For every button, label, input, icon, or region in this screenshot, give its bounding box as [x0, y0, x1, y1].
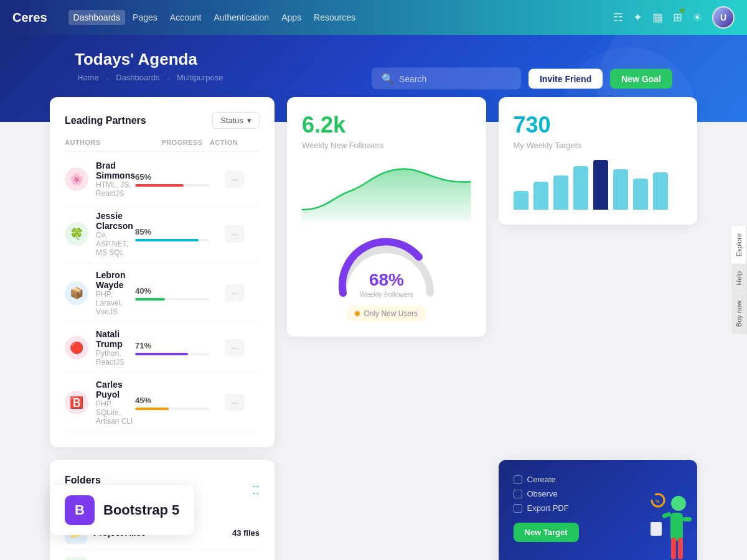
- progress-bar: [135, 239, 210, 241]
- partner-action-button[interactable]: ···: [225, 339, 245, 357]
- partner-avatar: 🍀: [65, 222, 88, 246]
- action-col: ···: [210, 225, 260, 243]
- table-row: 🅱️ Carles Puyol PHP, SQLite, Artisan CLI…: [65, 373, 260, 432]
- header-actions: 🔍 Invite Friend New Goal: [372, 68, 672, 90]
- sparkle-icon[interactable]: ✦: [633, 11, 642, 24]
- partner-skills: Python, ReactJS: [96, 349, 135, 366]
- settings-icon[interactable]: ☀: [692, 11, 702, 24]
- nav-item-account[interactable]: Account: [165, 10, 207, 25]
- svg-text:68%: 68%: [369, 270, 404, 289]
- cta-checkbox[interactable]: [514, 475, 522, 484]
- cta-checkbox[interactable]: [514, 504, 522, 513]
- breadcrumb-dashboards[interactable]: Dashboards: [116, 73, 159, 82]
- navbar-icons: ☶ ✦ ▦ ⊞ ☀ U: [613, 6, 735, 29]
- progress-col: 40%: [135, 286, 210, 301]
- bar-item: [553, 175, 568, 210]
- svg-rect-7: [683, 517, 692, 521]
- cta-item-label: Export PDF: [527, 503, 569, 513]
- page-title: Todays' Agenda: [75, 50, 672, 69]
- bar-item: [633, 179, 648, 210]
- progress-fill: [135, 353, 188, 355]
- action-col: ···: [210, 284, 260, 302]
- weekly-targets-card: 730 My Weekly Targets: [499, 97, 698, 225]
- partner-name: Carles Puyol: [96, 380, 135, 399]
- followers-card: 6.2k Weekly New Followers: [287, 97, 486, 337]
- partners-list: 🌸 Brad Simmons HTML, JS, ReactJS 65% ···…: [65, 154, 260, 432]
- partner-action-button[interactable]: ···: [225, 394, 245, 411]
- action-col: ···: [210, 394, 260, 411]
- search-input[interactable]: [399, 73, 511, 83]
- svg-point-2: [671, 496, 686, 511]
- svg-rect-4: [671, 538, 676, 559]
- cta-figure: %: [641, 485, 697, 560]
- targets-big-number: 730: [514, 112, 683, 138]
- progress-fill: [135, 184, 184, 187]
- folders-dots-icon[interactable]: ⁚⁚: [252, 483, 260, 497]
- partner-action-button[interactable]: ···: [225, 170, 245, 188]
- bar-item: [613, 169, 628, 210]
- grid-icon[interactable]: ⊞: [673, 11, 682, 24]
- cta-item-label: Cereate: [527, 475, 556, 484]
- partner-skills: HTML, JS, ReactJS: [96, 180, 135, 198]
- search-box[interactable]: 🔍: [372, 68, 521, 90]
- partner-name: Natali Trump: [96, 329, 135, 349]
- partner-name: Jessie Clarcson: [96, 211, 135, 231]
- list-item: Cereate: [514, 475, 683, 484]
- progress-pct: 85%: [135, 227, 210, 236]
- avatar-placeholder: U: [713, 7, 733, 27]
- partner-avatar: 📦: [65, 281, 88, 305]
- chart-icon[interactable]: ☶: [613, 11, 623, 24]
- status-select[interactable]: Status ▾: [212, 112, 260, 129]
- bar-item: [514, 191, 529, 210]
- gauge-section: 68% Weekly Followers Only New Users: [302, 237, 471, 322]
- svg-text:%: %: [655, 499, 660, 503]
- progress-bar: [135, 184, 210, 187]
- partner-action-button[interactable]: ···: [225, 284, 245, 302]
- side-tab-buy-now[interactable]: Buy now: [731, 293, 747, 334]
- area-chart: [302, 160, 471, 225]
- nav-item-resources[interactable]: Resources: [309, 10, 360, 25]
- bar-item: [573, 166, 588, 210]
- nav-item-pages[interactable]: Pages: [128, 10, 162, 25]
- followers-subtitle: Weekly New Followers: [302, 141, 471, 150]
- side-tab-help[interactable]: Help: [731, 264, 747, 293]
- bar-item: [593, 160, 608, 210]
- svg-rect-5: [678, 538, 683, 559]
- progress-col: 71%: [135, 341, 210, 355]
- nav-item-dashboards[interactable]: Dashboards: [68, 10, 126, 25]
- partner-avatar: 🅱️: [65, 391, 88, 414]
- bootstrap-icon: B: [65, 495, 95, 525]
- cta-checkbox[interactable]: [514, 490, 522, 498]
- cta-card: CereateObserveExport PDF New Target %: [499, 460, 698, 560]
- partner-name: Lebron Wayde: [96, 270, 135, 290]
- progress-fill: [135, 298, 165, 301]
- progress-bar: [135, 298, 210, 301]
- avatar[interactable]: U: [712, 6, 735, 29]
- cta-item-label: Observe: [527, 489, 558, 498]
- progress-col: 45%: [135, 396, 210, 410]
- chevron-down-icon: ▾: [247, 116, 251, 125]
- progress-pct: 40%: [135, 286, 210, 296]
- partner-action-button[interactable]: ···: [225, 225, 245, 243]
- partner-name: Brad Simmons: [96, 161, 135, 180]
- invite-friend-button[interactable]: Invite Friend: [529, 68, 603, 88]
- action-col: ···: [210, 170, 260, 188]
- leading-partners-card: Leading Partners Status ▾ AUTHORS PROGRE…: [50, 97, 275, 447]
- progress-col: 65%: [135, 172, 210, 187]
- bar-chart: [514, 160, 683, 210]
- breadcrumb-home[interactable]: Home: [77, 73, 99, 82]
- nav-item-apps[interactable]: Apps: [276, 10, 306, 25]
- bootstrap-label: Bootstrap 5: [103, 502, 179, 518]
- new-goal-button[interactable]: New Goal: [610, 68, 672, 88]
- table-header: AUTHORS PROGRESS ACTION: [65, 139, 260, 152]
- side-tab-explore[interactable]: Explore: [731, 226, 747, 264]
- chat-icon[interactable]: ▦: [652, 11, 663, 24]
- leading-partners-title: Leading Partners: [65, 115, 146, 126]
- new-target-button[interactable]: New Target: [514, 523, 579, 542]
- nav-item-authentication[interactable]: Authentication: [209, 10, 274, 25]
- card-header: Leading Partners Status ▾: [65, 112, 260, 129]
- svg-rect-8: [651, 522, 662, 536]
- bootstrap-badge: B Bootstrap 5: [50, 485, 194, 535]
- table-row: 🍀 Jessie Clarcson C#, ASP.NET, MS SQL 85…: [65, 205, 260, 264]
- progress-bar: [135, 408, 210, 410]
